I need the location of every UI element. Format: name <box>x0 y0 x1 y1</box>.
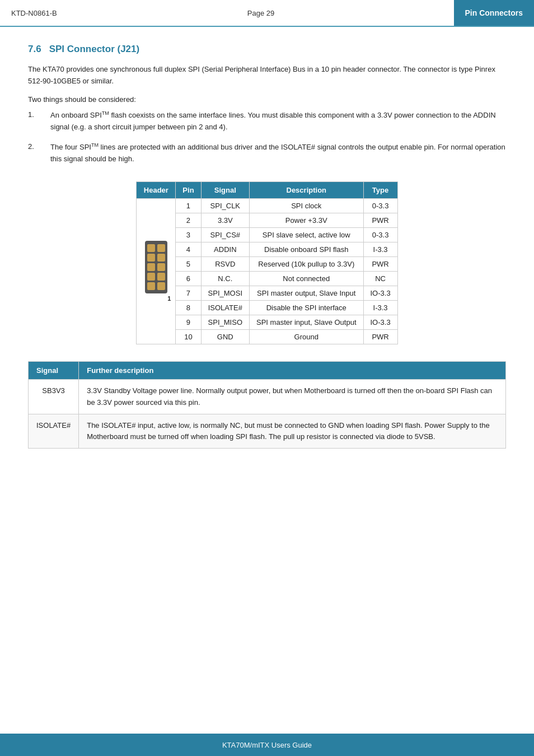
pin-signal: RSVD <box>201 257 249 272</box>
header-right: Pin Connectors <box>454 0 534 26</box>
main-content: 7.6 SPI Connector (J21) The KTA70 provid… <box>0 27 534 510</box>
numbered-list: 1. An onboard SPITM flash coexists on th… <box>28 109 506 165</box>
pin-type: 0-3.3 <box>363 228 397 242</box>
pin-description: SPI clock <box>250 199 363 213</box>
pin-description: Ground <box>250 330 363 344</box>
col-header-header: Header <box>137 182 176 199</box>
pin-type: PWR <box>363 257 397 272</box>
pin-dot <box>147 273 155 281</box>
pin-number: 10 <box>176 330 201 344</box>
pin-description: SPI master output, Slave Input <box>250 286 363 301</box>
list-text-2: The four SPITM lines are protected with … <box>50 141 506 165</box>
pin-type: I-3.3 <box>363 242 397 257</box>
pin-dot <box>157 263 165 271</box>
pin-signal: ISOLATE# <box>201 301 249 315</box>
pin-number: 9 <box>176 315 201 330</box>
col-header-pin: Pin <box>176 182 201 199</box>
pin-dot <box>147 263 155 271</box>
intro-paragraph-1: The KTA70 provides one synchronous full … <box>28 64 506 87</box>
signal-col-header: Signal <box>29 362 79 380</box>
list-item: 2. The four SPITM lines are protected wi… <box>28 141 506 165</box>
pin-description: Power +3.3V <box>250 213 363 228</box>
pin-signal: GND <box>201 330 249 344</box>
pin-type: 0-3.3 <box>363 199 397 213</box>
pin-signal: N.C. <box>201 272 249 286</box>
signal-name-cell: SB3V3 <box>29 380 79 414</box>
further-desc-col-header: Further description <box>79 362 506 380</box>
page-number: Page 29 <box>247 9 274 17</box>
pin-number: 3 <box>176 228 201 242</box>
list-num-1: 1. <box>28 109 39 133</box>
considerations-label: Two things should be considered: <box>28 95 506 104</box>
header-left: KTD-N0861-B <box>0 0 68 26</box>
pin-description: SPI master input, Slave Output <box>250 315 363 330</box>
header-title: Pin Connectors <box>465 8 523 17</box>
section-title: SPI Connector (J21) <box>49 44 140 55</box>
pin-dot <box>157 273 165 281</box>
signal-description-cell: 3.3V Standby Voltage power line. Normall… <box>79 380 506 414</box>
connector-image-cell: 1 <box>137 199 176 344</box>
pin-description: SPI slave select, active low <box>250 228 363 242</box>
pin-dot <box>147 282 155 290</box>
pin-table-wrapper: Header Pin Signal Description Type 11SPI… <box>28 181 506 344</box>
pin-signal: SPI_CS# <box>201 228 249 242</box>
pin-dot <box>157 244 165 252</box>
pin-signal: 3.3V <box>201 213 249 228</box>
pin-number: 2 <box>176 213 201 228</box>
pin-number: 5 <box>176 257 201 272</box>
pin-dot <box>157 282 165 290</box>
pin-type: I-3.3 <box>363 301 397 315</box>
doc-id: KTD-N0861-B <box>11 9 57 17</box>
footer-text: KTA70M/mITX Users Guide <box>222 741 312 749</box>
pin-signal: ADDIN <box>201 242 249 257</box>
pin-description: Disable the SPI interface <box>250 301 363 315</box>
section-number: 7.6 <box>28 44 41 55</box>
pin-dot <box>157 254 165 262</box>
list-num-2: 2. <box>28 141 39 165</box>
pin-number: 6 <box>176 272 201 286</box>
section-heading: 7.6 SPI Connector (J21) <box>28 44 506 55</box>
connector-table: Header Pin Signal Description Type 11SPI… <box>136 181 397 344</box>
signal-table: Signal Further description SB3V33.3V Sta… <box>28 361 506 449</box>
footer-bar: KTA70M/mITX Users Guide <box>0 734 534 756</box>
pin-description: Disable onboard SPI flash <box>250 242 363 257</box>
pin-type: IO-3.3 <box>363 315 397 330</box>
list-text-1: An onboard SPITM flash coexists on the s… <box>50 109 506 133</box>
pin-dot <box>147 254 155 262</box>
signal-description-cell: The ISOLATE# input, active low, is norma… <box>79 414 506 448</box>
signal-name-cell: ISOLATE# <box>29 414 79 448</box>
pin-number: 4 <box>176 242 201 257</box>
header-bar: KTD-N0861-B Page 29 Pin Connectors <box>0 0 534 27</box>
col-header-signal: Signal <box>201 182 249 199</box>
pin-1-label: 1 <box>139 295 173 302</box>
col-header-type: Type <box>363 182 397 199</box>
pin-type: PWR <box>363 213 397 228</box>
pin-description: Not connected <box>250 272 363 286</box>
pin-signal: SPI_MOSI <box>201 286 249 301</box>
pin-signal: SPI_CLK <box>201 199 249 213</box>
pin-signal: SPI_MISO <box>201 315 249 330</box>
pin-dot <box>147 244 155 252</box>
col-header-description: Description <box>250 182 363 199</box>
pin-number: 8 <box>176 301 201 315</box>
list-item: 1. An onboard SPITM flash coexists on th… <box>28 109 506 133</box>
pin-type: PWR <box>363 330 397 344</box>
pin-type: IO-3.3 <box>363 286 397 301</box>
pin-number: 1 <box>176 199 201 213</box>
header-center: Page 29 <box>236 0 285 26</box>
pin-description: Reserved (10k pullup to 3.3V) <box>250 257 363 272</box>
pin-number: 7 <box>176 286 201 301</box>
pin-type: NC <box>363 272 397 286</box>
